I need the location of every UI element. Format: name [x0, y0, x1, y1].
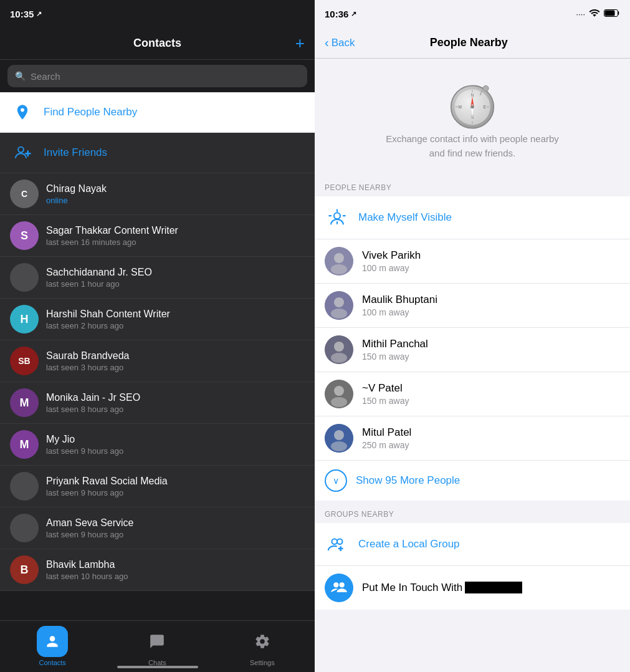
nearby-person-item[interactable]: Vivek Parikh 100 m away: [315, 239, 630, 284]
nearby-distance: 250 m away: [362, 440, 620, 450]
nearby-person-item[interactable]: ~V Patel 150 m away: [315, 372, 630, 416]
add-contact-button[interactable]: +: [295, 34, 305, 53]
contact-name: Chirag Nayak: [46, 183, 305, 194]
list-item[interactable]: S Sagar Thakkar Content Writer last seen…: [0, 215, 315, 257]
contact-status: last seen 16 minutes ago: [46, 238, 305, 247]
svg-point-26: [331, 309, 347, 319]
nearby-person-item[interactable]: Mitul Patel 250 m away: [315, 416, 630, 460]
time-left: 10:35 ↗: [10, 9, 42, 19]
nearby-person-item[interactable]: Mithil Panchal 150 m away: [315, 328, 630, 372]
header-left: Contacts +: [0, 27, 315, 60]
time-right: 10:36 ↗: [325, 9, 356, 19]
nearby-distance: 150 m away: [362, 352, 620, 362]
svg-point-28: [334, 342, 344, 352]
create-local-group-item[interactable]: Create a Local Group: [315, 523, 630, 566]
nearby-info: Mitul Patel 250 m away: [362, 426, 620, 450]
contact-name: Aman Seva Service: [46, 517, 305, 529]
list-item[interactable]: Sachchidanand Jr. SEO last seen 1 hour a…: [0, 257, 315, 299]
list-item[interactable]: M Monika Jain - Jr SEO last seen 8 hours…: [0, 382, 315, 424]
scrollable-content: N S W E Exchange contact info with peopl…: [315, 59, 630, 672]
svg-point-25: [334, 297, 344, 307]
groups-nearby-section-header: GROUPS NEARBY: [315, 502, 630, 523]
list-item[interactable]: Aman Seva Service last seen 9 hours ago: [0, 507, 315, 549]
contact-info: Sachchidanand Jr. SEO last seen 1 hour a…: [46, 267, 305, 289]
right-panel: 10:36 ↗ ···· ‹ Back People Ne: [315, 0, 630, 672]
contact-info: Aman Seva Service last seen 9 hours ago: [46, 517, 305, 539]
put-in-touch-item[interactable]: Put Me In Touch With Ahmedabad: [315, 566, 630, 610]
contacts-list: Find People Nearby Invite Friends C Chir…: [0, 92, 315, 620]
svg-point-36: [332, 539, 338, 545]
avatar: [325, 247, 353, 276]
create-group-label: Create a Local Group: [358, 538, 460, 550]
search-bar[interactable]: 🔍 Search: [7, 65, 307, 87]
people-nearby-label: PEOPLE NEARBY: [325, 183, 391, 192]
nearby-info: ~V Patel 150 m away: [362, 382, 620, 406]
nearby-person-item[interactable]: Maulik Bhuptani 100 m away: [315, 284, 630, 328]
svg-point-39: [340, 582, 345, 587]
left-panel: 10:35 ↗ Contacts + 🔍 Search Find People …: [0, 0, 315, 672]
list-item[interactable]: SB Saurab Brandveda last seen 3 hours ag…: [0, 340, 315, 382]
contact-status: last seen 2 hours ago: [46, 321, 305, 330]
header-right: ‹ Back People Nearby: [315, 27, 630, 59]
contact-info: Monika Jain - Jr SEO last seen 8 hours a…: [46, 392, 305, 414]
nearby-distance: 100 m away: [362, 263, 620, 273]
put-avatar: [325, 574, 353, 602]
avatar: [325, 424, 353, 453]
svg-point-31: [334, 386, 344, 396]
contact-name: Harshil Shah Content Writer: [46, 309, 305, 320]
svg-point-0: [18, 147, 24, 153]
wifi-icon: [589, 9, 600, 19]
settings-nav-label: Settings: [250, 659, 275, 666]
nearby-distance: 150 m away: [362, 396, 620, 406]
show-more-item[interactable]: ∨ Show 95 More People: [315, 460, 630, 501]
svg-point-38: [333, 582, 338, 587]
back-chevron-icon: ‹: [325, 36, 329, 50]
svg-text:N: N: [471, 93, 474, 97]
contact-info: Bhavik Lambha last seen 10 hours ago: [46, 559, 305, 581]
contact-info: Priyank Raval Social Media last seen 9 h…: [46, 476, 305, 497]
back-button[interactable]: ‹ Back: [325, 36, 355, 50]
invite-friends-item[interactable]: Invite Friends: [0, 133, 315, 173]
contacts-nav-label: Contacts: [39, 659, 65, 666]
svg-point-18: [483, 85, 489, 91]
show-more-chevron-icon: ∨: [325, 469, 347, 492]
nearby-info: Vivek Parikh 100 m away: [362, 249, 620, 273]
contact-info: Saurab Brandveda last seen 3 hours ago: [46, 350, 305, 372]
contacts-nav-icon: [37, 626, 68, 657]
svg-point-20: [334, 213, 340, 219]
avatar: M: [10, 388, 39, 417]
contact-status: last seen 1 hour ago: [46, 279, 305, 289]
list-item[interactable]: Priyank Raval Social Media last seen 9 h…: [0, 466, 315, 507]
contact-name: Saurab Brandveda: [46, 350, 305, 362]
compass-icon: N S W E: [444, 76, 500, 132]
avatar: [325, 335, 353, 364]
list-item[interactable]: M My Jio last seen 9 hours ago: [0, 424, 315, 466]
search-placeholder: Search: [31, 71, 60, 82]
nearby-name: Mitul Patel: [362, 426, 620, 439]
avatar: [10, 472, 39, 501]
list-item[interactable]: B Bhavik Lambha last seen 10 hours ago: [0, 549, 315, 591]
find-people-nearby-item[interactable]: Find People Nearby: [0, 92, 315, 133]
svg-text:C: C: [21, 189, 27, 199]
make-visible-label: Make Myself Visible: [358, 211, 452, 224]
nearby-name: Vivek Parikh: [362, 249, 620, 262]
location-pin-icon: [10, 100, 35, 125]
nav-contacts[interactable]: Contacts: [0, 626, 105, 666]
svg-point-35: [331, 441, 347, 451]
nav-settings[interactable]: Settings: [210, 626, 315, 666]
contact-name: Priyank Raval Social Media: [46, 476, 305, 487]
list-item[interactable]: H Harshil Shah Content Writer last seen …: [0, 299, 315, 340]
contact-info: My Jio last seen 9 hours ago: [46, 434, 305, 456]
contact-name: Sachchidanand Jr. SEO: [46, 267, 305, 278]
contact-name: My Jio: [46, 434, 305, 445]
put-label-wrap: Put Me In Touch With Ahmedabad: [362, 582, 620, 594]
contact-status: last seen 9 hours ago: [46, 530, 305, 539]
avatar: [325, 291, 353, 320]
list-item[interactable]: C Chirag Nayak online: [0, 173, 315, 215]
contact-info: Harshil Shah Content Writer last seen 2 …: [46, 309, 305, 330]
search-icon: 🔍: [15, 71, 26, 81]
make-visible-item[interactable]: Make Myself Visible: [315, 196, 630, 239]
groups-nearby-label: GROUPS NEARBY: [325, 510, 394, 519]
nav-chats[interactable]: Chats: [105, 626, 209, 666]
svg-point-32: [331, 397, 347, 407]
